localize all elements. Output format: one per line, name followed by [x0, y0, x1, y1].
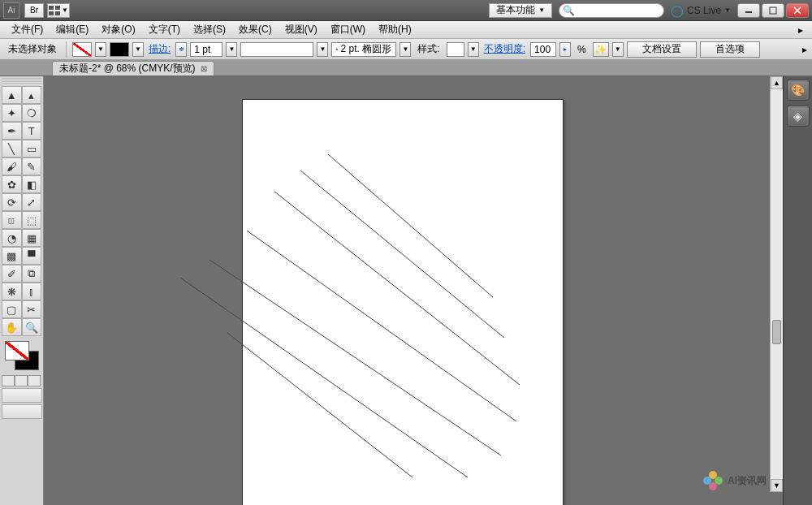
menu-effect[interactable]: 效果(C) [232, 23, 279, 37]
zoom-tool[interactable]: 🔍 [22, 318, 42, 336]
rotate-tool[interactable]: ⟳ [2, 193, 22, 211]
shape-builder-tool[interactable]: ◔ [2, 229, 22, 247]
bridge-button[interactable]: Br [24, 3, 44, 18]
selection-status: 未选择对象 [5, 42, 60, 56]
minimize-button[interactable] [737, 3, 760, 18]
stroke-weight-field[interactable]: 1 pt [190, 42, 222, 57]
scroll-down-icon[interactable]: ▼ [771, 479, 783, 492]
workspace-switcher[interactable]: 基本功能 ▼ [489, 3, 552, 18]
close-tab-icon[interactable]: ⊠ [201, 64, 207, 73]
opacity-link[interactable]: 不透明度: [482, 42, 527, 56]
menu-file[interactable]: 文件(F) [5, 23, 50, 37]
blend-tool[interactable]: ⧉ [22, 265, 42, 283]
stroke-swatch[interactable] [110, 42, 129, 57]
svg-line-14 [227, 333, 412, 477]
title-bar: Ai Br ▼ 基本功能 ▼ 🔍 ◯ CS Live ▼ [0, 0, 812, 21]
toolbox: ▲▴ ✦❍ ✒T ╲▭ 🖌✎ ✿◧ ⟳⤢ ⎅⬚ ◔▦ ▩▀ ✐⧉ ❋⫿ ▢✂ ✋… [0, 76, 44, 505]
none-mode-icon[interactable] [28, 375, 41, 386]
opacity-field[interactable]: 100 [530, 42, 556, 57]
document-tab-title: 未标题-2* @ 68% (CMYK/预览) [59, 62, 196, 76]
layers-panel-icon[interactable]: ◈ [787, 106, 810, 127]
scroll-thumb[interactable] [772, 320, 781, 344]
mesh-tool[interactable]: ▩ [2, 247, 22, 265]
svg-rect-1 [55, 6, 60, 10]
close-button[interactable] [786, 3, 809, 18]
stroke-weight-stepper[interactable]: ≑ [175, 42, 187, 57]
width-tool[interactable]: ⎅ [2, 211, 22, 229]
eyedropper-tool[interactable]: ✐ [2, 265, 22, 283]
style-dropdown[interactable]: ▼ [468, 42, 479, 57]
paintbrush-tool[interactable]: 🖌 [2, 158, 22, 175]
fill-stroke-colors[interactable] [2, 339, 42, 373]
control-flyout-icon[interactable]: ▸ [802, 44, 807, 55]
menu-object[interactable]: 对象(O) [95, 23, 141, 37]
menu-flyout-icon[interactable]: ▸ [794, 24, 807, 36]
svg-line-13 [180, 278, 468, 477]
scale-tool[interactable]: ⤢ [22, 193, 42, 211]
color-panel-icon[interactable]: 🎨 [787, 80, 810, 101]
free-transform-tool[interactable]: ⬚ [22, 211, 42, 229]
eraser-tool[interactable]: ◧ [22, 175, 42, 193]
type-tool[interactable]: T [22, 122, 42, 140]
menu-type[interactable]: 文字(T) [142, 23, 187, 37]
recolor-artwork-icon[interactable]: ✨ [593, 42, 609, 57]
menu-help[interactable]: 帮助(H) [372, 23, 418, 37]
watermark-text: AI资讯网 [728, 474, 767, 488]
svg-line-9 [300, 170, 504, 338]
hand-tool[interactable]: ✋ [2, 318, 22, 336]
menu-view[interactable]: 视图(V) [279, 23, 324, 37]
variable-width-profile[interactable] [240, 42, 313, 57]
vertical-scrollbar[interactable]: ▲ ▼ [770, 76, 783, 492]
document-setup-button[interactable]: 文档设置 [627, 41, 697, 58]
document-tab[interactable]: 未标题-2* @ 68% (CMYK/预览) ⊠ [52, 61, 214, 76]
pencil-tool[interactable]: ✎ [22, 158, 42, 175]
menu-edit[interactable]: 编辑(E) [50, 23, 95, 37]
svg-line-11 [247, 231, 516, 421]
gradient-tool[interactable]: ▀ [22, 247, 42, 265]
fill-dropdown[interactable]: ▼ [95, 42, 106, 57]
brush-dropdown[interactable]: ▼ [400, 42, 411, 57]
slice-tool[interactable]: ✂ [22, 300, 42, 318]
color-mode-icon[interactable] [2, 375, 15, 386]
screen-mode-button[interactable] [2, 388, 42, 403]
line-segment-tool[interactable]: ╲ [2, 140, 22, 158]
opacity-arrow[interactable]: ▸ [559, 42, 571, 57]
fill-color-icon[interactable] [5, 341, 29, 360]
profile-dropdown[interactable]: ▼ [317, 42, 328, 57]
stroke-link[interactable]: 描边: [147, 42, 172, 56]
scroll-up-icon[interactable]: ▲ [771, 76, 783, 89]
maximize-button[interactable] [762, 3, 784, 18]
stroke-dropdown[interactable]: ▼ [132, 42, 144, 57]
svg-line-12 [209, 260, 501, 455]
gradient-mode-icon[interactable] [15, 375, 28, 386]
preferences-button[interactable]: 首选项 [700, 41, 760, 58]
rectangle-tool[interactable]: ▭ [22, 140, 42, 158]
column-graph-tool[interactable]: ⫿ [22, 283, 42, 300]
graphic-style[interactable] [447, 42, 464, 57]
lasso-tool[interactable]: ❍ [22, 104, 42, 122]
grid-icon [49, 6, 60, 15]
selection-tool[interactable]: ▲ [2, 86, 22, 104]
document-tab-bar: 未标题-2* @ 68% (CMYK/预览) ⊠ [0, 60, 812, 76]
direct-selection-tool[interactable]: ▴ [22, 86, 42, 104]
recolor-dropdown[interactable]: ▼ [612, 42, 624, 57]
perspective-grid-tool[interactable]: ▦ [22, 229, 42, 247]
app-logo-icon: Ai [3, 2, 19, 19]
stroke-weight-dropdown[interactable]: ▼ [226, 42, 237, 57]
toolbox-grip[interactable] [2, 78, 41, 84]
fill-swatch[interactable] [72, 42, 92, 57]
blob-brush-tool[interactable]: ✿ [2, 175, 22, 193]
change-screen-button[interactable] [2, 404, 42, 419]
menu-select[interactable]: 选择(S) [187, 23, 232, 37]
cs-live-button[interactable]: ◯ CS Live ▼ [671, 4, 731, 17]
arrange-documents-button[interactable]: ▼ [47, 3, 70, 18]
magic-wand-tool[interactable]: ✦ [2, 104, 22, 122]
canvas-area[interactable]: ▲ ▼ AI资讯网 [44, 76, 783, 505]
symbol-sprayer-tool[interactable]: ❋ [2, 283, 22, 300]
style-label: 样式: [414, 42, 443, 56]
pen-tool[interactable]: ✒ [2, 122, 22, 140]
artboard-tool[interactable]: ▢ [2, 300, 22, 318]
menu-window[interactable]: 窗口(W) [324, 23, 372, 37]
search-field[interactable]: 🔍 [559, 3, 664, 18]
brush-definition[interactable]: • 2 pt. 椭圆形 [331, 42, 396, 57]
